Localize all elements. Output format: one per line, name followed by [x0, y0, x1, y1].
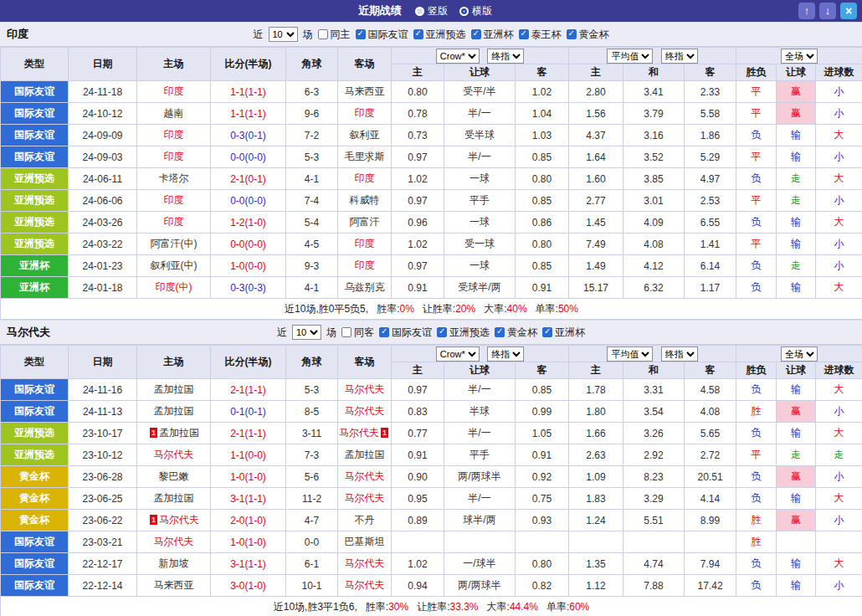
col-date: 日期 [69, 346, 137, 379]
league-type-cell: 亚洲杯 [1, 277, 69, 299]
asia-handicap-cell: 两/两球半 [444, 575, 516, 597]
recent-count-select[interactable]: 10 [269, 27, 298, 42]
radio-horizontal-layout[interactable]: 横版 [459, 4, 492, 18]
euro-draw-odds-cell [623, 531, 685, 553]
summary-stat: 胜率:30% [366, 601, 408, 613]
team-name: 马尔代夫 [345, 470, 385, 482]
goals-result-cell: 小 [816, 103, 862, 125]
team-name: 巴基斯坦 [345, 536, 385, 547]
league-checkbox-icon[interactable] [567, 29, 577, 39]
close-icon[interactable]: × [840, 3, 857, 19]
asia-home-odds-cell: 0.91 [392, 444, 444, 466]
home-team-cell: 印度 [137, 81, 211, 103]
same-venue-checkbox-icon[interactable] [341, 327, 351, 337]
col-goals: 进球数 [816, 362, 862, 379]
bookmaker-select[interactable]: Crow* [436, 346, 480, 362]
handicap-result-cell: 输 [777, 125, 816, 146]
league-checkbox[interactable]: 亚洲预选 [413, 28, 466, 42]
away-team-cell: 马尔代夫 [338, 379, 392, 401]
euro-home-odds-cell: 1.45 [569, 212, 623, 234]
league-type-cell: 国际友谊 [1, 81, 69, 103]
euro-average-select[interactable]: 平均值 [607, 49, 653, 64]
corner-cell: 4-1 [286, 168, 338, 190]
league-checkbox-icon[interactable] [379, 327, 389, 337]
league-checkbox[interactable]: 亚洲杯 [471, 28, 514, 42]
home-team-cell: 印度(中) [137, 277, 211, 299]
asia-home-odds-cell: 0.97 [392, 255, 444, 277]
radio-horizontal-icon[interactable] [459, 7, 469, 16]
games-label: 场 [326, 326, 336, 340]
league-checkbox-icon[interactable] [519, 29, 529, 39]
goals-result-cell: 大 [816, 168, 862, 190]
league-checkbox[interactable]: 国际友谊 [379, 326, 432, 340]
league-checkbox[interactable]: 黄金杯 [495, 326, 537, 340]
asia-handicap-cell: 一/球半 [444, 553, 516, 575]
league-checkbox[interactable]: 亚洲杯 [542, 326, 585, 340]
euro-final-select[interactable]: 终指 [661, 346, 698, 362]
league-type-cell: 亚洲预选 [1, 168, 69, 190]
league-checkbox-icon[interactable] [542, 327, 552, 337]
euro-draw-odds-cell: 4.74 [623, 553, 685, 575]
asia-odds-header: Crow* 终指 [392, 346, 569, 362]
same-venue-checkbox[interactable]: 同主 [318, 28, 351, 42]
date-cell: 22-12-17 [69, 553, 137, 575]
league-checkbox-icon[interactable] [413, 29, 423, 39]
league-checkbox-icon[interactable] [356, 29, 366, 39]
score-cell: 2-1(1-1) [211, 379, 286, 401]
filter-bar-1: 近10场同客国际友谊亚洲预选黄金杯亚洲杯 [277, 325, 585, 340]
col-asia-away: 客 [516, 362, 569, 379]
scope-select[interactable]: 全场 [781, 49, 818, 64]
euro-away-odds-cell: 6.55 [685, 212, 736, 234]
league-checkbox[interactable]: 黄金杯 [567, 28, 609, 42]
asia-handicap-cell: 半/一 [444, 146, 516, 168]
same-venue-checkbox-icon[interactable] [318, 29, 328, 39]
asia-final-select[interactable]: 终指 [487, 49, 524, 64]
summary-stat: 胜率:0% [377, 303, 414, 315]
euro-away-odds-cell: 4.58 [685, 379, 736, 401]
league-checkbox-icon[interactable] [437, 327, 447, 337]
asia-home-odds-cell: 0.78 [392, 103, 444, 125]
result-cell: 负 [736, 168, 777, 190]
scope-select[interactable]: 全场 [781, 346, 818, 362]
col-asia-home: 主 [392, 64, 444, 81]
radio-vertical-icon[interactable] [415, 7, 424, 16]
euro-draw-odds-cell: 3.52 [623, 146, 685, 168]
league-checkbox[interactable]: 亚洲预选 [437, 326, 490, 340]
recent-count-select[interactable]: 10 [292, 325, 321, 340]
asia-home-odds-cell: 1.02 [392, 168, 444, 190]
red-card-badge: 1 [150, 515, 157, 525]
scroll-up-button[interactable]: ↑ [798, 3, 815, 19]
league-checkbox[interactable]: 国际友谊 [356, 28, 408, 42]
match-row: 国际友谊22-12-14马来西亚3-0(1-0)10-1马尔代夫0.94两/两球… [1, 575, 862, 597]
score-cell: 1-1(1-1) [211, 81, 286, 103]
league-checkbox-icon[interactable] [495, 327, 505, 337]
asia-handicap-cell: 受平/半 [444, 81, 516, 103]
corner-cell: 4-5 [286, 234, 338, 255]
asia-handicap-cell: 受一球 [444, 234, 516, 255]
league-checkbox-icon[interactable] [471, 29, 481, 39]
league-checkbox-label: 黄金杯 [507, 326, 537, 340]
result-cell: 负 [736, 488, 777, 510]
corner-cell: 9-3 [286, 255, 338, 277]
euro-final-select[interactable]: 终指 [661, 49, 698, 64]
same-venue-checkbox[interactable]: 同客 [341, 326, 374, 340]
bookmaker-select[interactable]: Crow* [436, 49, 480, 64]
asia-away-odds-cell: 0.92 [516, 466, 569, 488]
col-asia-home: 主 [392, 362, 444, 379]
euro-draw-odds-cell: 3.85 [623, 168, 685, 190]
asia-final-select[interactable]: 终指 [487, 346, 524, 362]
date-cell: 23-10-17 [69, 423, 137, 444]
col-corner: 角球 [286, 48, 338, 81]
league-checkbox[interactable]: 泰王杯 [519, 28, 562, 42]
asia-away-odds-cell: 1.05 [516, 423, 569, 444]
asia-handicap-cell: 半/一 [444, 423, 516, 444]
col-euro-home: 主 [569, 64, 623, 81]
league-type-cell: 亚洲预选 [1, 234, 69, 255]
radio-vertical-layout[interactable]: 竖版 [415, 4, 448, 18]
scroll-down-button[interactable]: ↓ [819, 3, 836, 19]
euro-average-select[interactable]: 平均值 [607, 346, 653, 362]
euro-draw-odds-cell: 8.23 [623, 466, 685, 488]
asia-home-odds-cell: 0.89 [392, 510, 444, 531]
match-row: 亚洲预选24-03-26印度1-2(1-0)5-4阿富汗0.96一球0.861.… [1, 212, 862, 234]
asia-home-odds-cell: 0.91 [392, 277, 444, 299]
